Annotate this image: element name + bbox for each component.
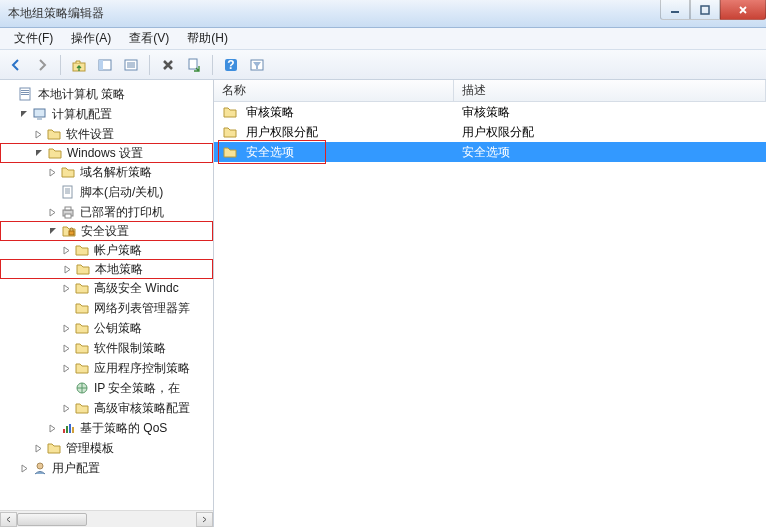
list-row-audit-policy[interactable]: 审核策略 审核策略 <box>214 102 766 122</box>
delete-button[interactable] <box>156 53 180 77</box>
svg-rect-25 <box>63 429 65 433</box>
tree-node-network-list[interactable]: 网络列表管理器筭 <box>0 298 213 318</box>
svg-rect-22 <box>65 214 71 218</box>
list-row-user-rights[interactable]: 用户权限分配 用户权限分配 <box>214 122 766 142</box>
tree-node-user-config[interactable]: 用户配置 <box>0 458 213 478</box>
tree-node-root[interactable]: 本地计算机 策略 <box>0 84 213 104</box>
horizontal-scrollbar[interactable] <box>0 510 213 527</box>
ip-security-icon <box>74 380 90 396</box>
tree-label: 高级审核策略配置 <box>94 400 190 417</box>
svg-rect-18 <box>37 118 42 120</box>
expander-closed-icon[interactable] <box>60 322 72 334</box>
policy-folder-icon <box>222 124 238 140</box>
tree-node-ip-security[interactable]: IP 安全策略，在 <box>0 378 213 398</box>
security-folder-icon <box>61 223 77 239</box>
svg-text:?: ? <box>227 58 234 72</box>
expander-closed-icon[interactable] <box>60 402 72 414</box>
tree-label: 软件设置 <box>66 126 114 143</box>
show-hide-tree-button[interactable] <box>93 53 117 77</box>
tree-node-computer-config[interactable]: 计算机配置 <box>0 104 213 124</box>
filter-button[interactable] <box>245 53 269 77</box>
expander-closed-icon[interactable] <box>60 244 72 256</box>
forward-button[interactable] <box>30 53 54 77</box>
tree-node-qos[interactable]: 基于策略的 QoS <box>0 418 213 438</box>
properties-button[interactable] <box>119 53 143 77</box>
scroll-track[interactable] <box>17 512 196 527</box>
main-area: 本地计算机 策略 计算机配置 软件设置 Windows 设置 <box>0 80 766 527</box>
tree-node-printers[interactable]: 已部署的打印机 <box>0 202 213 222</box>
svg-rect-1 <box>701 6 709 14</box>
svg-rect-14 <box>21 90 29 91</box>
window-title: 本地组策略编辑器 <box>8 5 104 22</box>
tree-label: 已部署的打印机 <box>80 204 164 221</box>
expander-closed-icon[interactable] <box>61 263 73 275</box>
column-header-name[interactable]: 名称 <box>214 80 454 101</box>
tree-label: 本地计算机 策略 <box>38 86 125 103</box>
svg-point-29 <box>37 463 43 469</box>
svg-rect-0 <box>671 11 679 13</box>
expander-closed-icon[interactable] <box>32 442 44 454</box>
tree-node-scripts[interactable]: 脚本(启动/关机) <box>0 182 213 202</box>
expander-closed-icon[interactable] <box>60 342 72 354</box>
policy-folder-icon <box>222 104 238 120</box>
scroll-thumb[interactable] <box>17 513 87 526</box>
column-header-description[interactable]: 描述 <box>454 80 766 101</box>
menu-file[interactable]: 文件(F) <box>6 28 61 49</box>
export-button[interactable] <box>182 53 206 77</box>
folder-icon <box>60 164 76 180</box>
tree-node-adv-security[interactable]: 高级安全 Windc <box>0 278 213 298</box>
menu-help[interactable]: 帮助(H) <box>179 28 236 49</box>
folder-icon <box>47 145 63 161</box>
tree-node-app-control[interactable]: 应用程序控制策略 <box>0 358 213 378</box>
menubar: 文件(F) 操作(A) 查看(V) 帮助(H) <box>0 28 766 50</box>
toolbar: ? <box>0 50 766 80</box>
qos-icon <box>60 420 76 436</box>
expander-open-icon[interactable] <box>33 147 45 159</box>
list-body[interactable]: 审核策略 审核策略 用户权限分配 用户权限分配 安全选项 安全选项 <box>214 102 766 527</box>
tree-node-account-policies[interactable]: 帐户策略 <box>0 240 213 260</box>
tree-node-software-settings[interactable]: 软件设置 <box>0 124 213 144</box>
toolbar-separator <box>60 55 61 75</box>
expander-closed-icon[interactable] <box>46 166 58 178</box>
row-description: 安全选项 <box>462 145 510 159</box>
tree-node-admin-templates[interactable]: 管理模板 <box>0 438 213 458</box>
scroll-right-button[interactable] <box>196 512 213 527</box>
computer-icon <box>32 106 48 122</box>
tree-label: Windows 设置 <box>67 145 143 162</box>
tree-node-windows-settings[interactable]: Windows 设置 <box>0 143 213 163</box>
up-button[interactable] <box>67 53 91 77</box>
folder-icon <box>74 360 90 376</box>
tree-label: 本地策略 <box>95 261 143 278</box>
back-button[interactable] <box>4 53 28 77</box>
expander-closed-icon[interactable] <box>46 206 58 218</box>
expander-open-icon[interactable] <box>18 108 30 120</box>
tree-node-local-policies[interactable]: 本地策略 <box>0 259 213 279</box>
expander-closed-icon[interactable] <box>46 422 58 434</box>
list-row-security-options[interactable]: 安全选项 安全选项 <box>214 142 766 162</box>
tree: 本地计算机 策略 计算机配置 软件设置 Windows 设置 <box>0 80 213 482</box>
policy-root-icon <box>18 86 34 102</box>
expander-open-icon[interactable] <box>47 225 59 237</box>
menu-view[interactable]: 查看(V) <box>121 28 177 49</box>
tree-node-software-restriction[interactable]: 软件限制策略 <box>0 338 213 358</box>
tree-label: 帐户策略 <box>94 242 142 259</box>
tree-node-adv-audit[interactable]: 高级审核策略配置 <box>0 398 213 418</box>
expander-closed-icon[interactable] <box>32 128 44 140</box>
maximize-button[interactable] <box>690 0 720 20</box>
help-button[interactable]: ? <box>219 53 243 77</box>
tree-node-name-resolution[interactable]: 域名解析策略 <box>0 162 213 182</box>
close-button[interactable] <box>720 0 766 20</box>
scroll-left-button[interactable] <box>0 512 17 527</box>
expander-closed-icon[interactable] <box>18 462 30 474</box>
menu-action[interactable]: 操作(A) <box>63 28 119 49</box>
tree-node-security-settings[interactable]: 安全设置 <box>0 221 213 241</box>
folder-icon <box>74 340 90 356</box>
expander-closed-icon[interactable] <box>60 282 72 294</box>
tree-label: 域名解析策略 <box>80 164 152 181</box>
minimize-button[interactable] <box>660 0 690 20</box>
svg-rect-15 <box>21 92 29 93</box>
expander-icon[interactable] <box>4 88 16 100</box>
expander-closed-icon[interactable] <box>60 362 72 374</box>
tree-scroll[interactable]: 本地计算机 策略 计算机配置 软件设置 Windows 设置 <box>0 80 213 510</box>
tree-node-public-key[interactable]: 公钥策略 <box>0 318 213 338</box>
